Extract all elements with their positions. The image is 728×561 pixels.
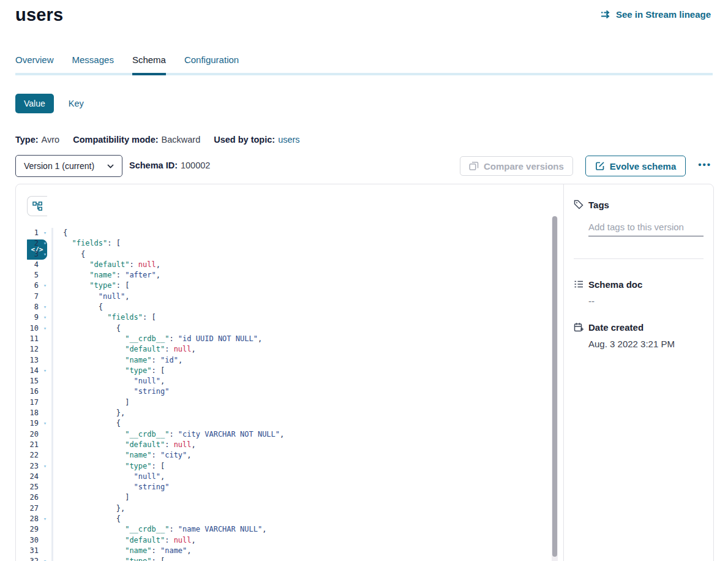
fold-toggle-icon[interactable]: ▾ (39, 418, 51, 429)
code-line-text: "null", (53, 292, 129, 302)
fold-toggle-icon[interactable]: ▾ (39, 249, 51, 260)
compare-versions-button[interactable]: Compare versions (460, 156, 573, 176)
code-line-text: "name": "id", (53, 355, 182, 366)
fold-spacer (39, 270, 51, 280)
code-line: 15 "null", (16, 376, 563, 386)
code-line-text: "fields": [ (53, 312, 156, 323)
code-line-text: "type": [ (53, 556, 165, 561)
fold-toggle-icon[interactable]: ▾ (39, 238, 51, 249)
fold-spacer (39, 472, 51, 482)
code-line-text: ] (53, 397, 129, 408)
date-created-value: Aug. 3 2022 3:21 PM (588, 339, 704, 349)
line-gutter: 25 (16, 482, 53, 492)
fold-spacer (39, 355, 51, 366)
chevron-down-icon (107, 164, 114, 168)
code-line-text: "default": null, (53, 535, 196, 546)
tab-overview[interactable]: Overview (15, 55, 54, 73)
code-line-text: }, (53, 408, 125, 418)
code-line: 14▾ "type": [ (16, 366, 563, 376)
line-gutter: 30 (16, 535, 53, 546)
code-line: 27 }, (16, 503, 563, 514)
tab-configuration[interactable]: Configuration (184, 55, 239, 73)
line-number: 9 (16, 312, 39, 323)
code-line: 25 "string" (16, 482, 563, 492)
fold-toggle-icon[interactable]: ▾ (39, 228, 51, 238)
code-line-text: { (53, 249, 85, 260)
code-line: 6▾ "type": [ (16, 280, 563, 291)
value-tab-button[interactable]: Value (15, 94, 54, 113)
tree-view-icon (32, 201, 42, 211)
line-number: 24 (16, 472, 39, 482)
fold-toggle-icon[interactable]: ▾ (39, 312, 51, 323)
code-line-text: "string" (53, 386, 169, 397)
line-gutter: 15 (16, 376, 53, 386)
tree-view-button[interactable] (27, 196, 47, 216)
code-line: 31 "name": "name", (16, 546, 563, 556)
fold-toggle-icon[interactable]: ▾ (39, 366, 51, 376)
line-gutter: 4 (16, 260, 53, 270)
code-line: 21 "default": null, (16, 440, 563, 450)
compatibility-field: Compatibility mode:Backward (73, 135, 200, 145)
code-line: 10▾ { (16, 323, 563, 334)
fold-toggle-icon[interactable]: ▾ (39, 280, 51, 291)
date-created-section: Date created Aug. 3 2022 3:21 PM (574, 322, 704, 349)
more-options-button[interactable]: ••• (698, 159, 713, 173)
line-gutter: 23▾ (16, 461, 53, 472)
code-line: 22 "name": "city", (16, 450, 563, 461)
line-number: 27 (16, 503, 39, 514)
tab-schema[interactable]: Schema (132, 55, 166, 73)
code-line: 7 "null", (16, 292, 563, 302)
code-line: 2▾ "fields": [ (16, 238, 563, 249)
code-line-text: { (53, 514, 121, 524)
code-line: 17 ] (16, 397, 563, 408)
evolve-schema-button[interactable]: Evolve schema (585, 156, 686, 176)
code-line: 9▾ "fields": [ (16, 312, 563, 323)
compare-versions-icon (469, 161, 479, 171)
line-number: 21 (16, 440, 39, 450)
line-gutter: 18 (16, 408, 53, 418)
code-line-text: "null", (53, 376, 165, 386)
key-tab-button[interactable]: Key (69, 99, 84, 108)
fold-toggle-icon[interactable]: ▾ (39, 302, 51, 312)
line-gutter: 22 (16, 450, 53, 461)
code-line: 12 "default": null, (16, 344, 563, 355)
line-gutter: 1▾ (16, 228, 53, 238)
fold-toggle-icon[interactable]: ▾ (39, 556, 51, 561)
stream-lineage-link[interactable]: See in Stream lineage (601, 9, 711, 20)
line-gutter: 27 (16, 503, 53, 514)
fold-spacer (39, 260, 51, 270)
line-number: 31 (16, 546, 39, 556)
tab-bar: OverviewMessagesSchemaConfiguration (15, 55, 713, 75)
scrollbar-thumb[interactable] (552, 216, 557, 557)
code-line: 13 "name": "id", (16, 355, 563, 366)
fold-toggle-icon[interactable]: ▾ (39, 514, 51, 524)
line-gutter: 10▾ (16, 323, 53, 334)
code-line: 16 "string" (16, 386, 563, 397)
line-gutter: 11 (16, 334, 53, 344)
tab-bar-underline (15, 73, 713, 75)
code-line-text: "name": "name", (53, 546, 192, 556)
line-number: 11 (16, 334, 39, 344)
line-gutter: 14▾ (16, 366, 53, 376)
code-line-text: { (53, 302, 103, 312)
line-gutter: 31 (16, 546, 53, 556)
tab-messages[interactable]: Messages (72, 55, 114, 73)
version-select[interactable]: Version 1 (current) (15, 155, 122, 177)
line-gutter: 29 (16, 524, 53, 535)
line-gutter: 2▾ (16, 238, 53, 249)
line-number: 16 (16, 386, 39, 397)
line-number: 3 (16, 249, 39, 260)
line-number: 8 (16, 302, 39, 312)
fold-toggle-icon[interactable]: ▾ (39, 323, 51, 334)
tags-section: Tags (574, 200, 704, 236)
tags-title: Tags (588, 200, 704, 210)
tags-input[interactable] (588, 222, 704, 236)
fold-spacer (39, 397, 51, 408)
fold-toggle-icon[interactable]: ▾ (39, 461, 51, 472)
code-line-text: "type": [ (53, 280, 129, 291)
topic-link[interactable]: users (278, 135, 299, 145)
code-content: 1▾{2▾ "fields": [3▾ {4 "default": null,5… (16, 228, 563, 561)
editor-scrollbar[interactable] (552, 216, 558, 561)
fold-spacer (39, 503, 51, 514)
code-line-text: "string" (53, 482, 169, 492)
